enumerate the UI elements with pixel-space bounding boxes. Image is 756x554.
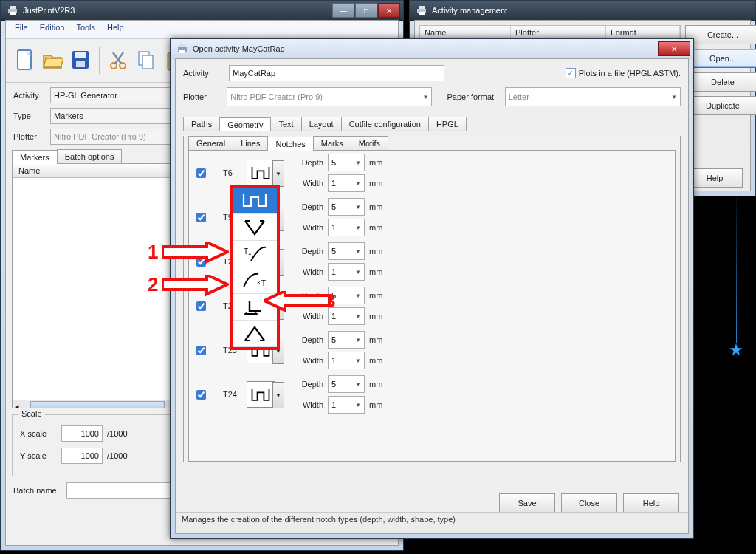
tab-geometry[interactable]: Geometry [219, 117, 271, 131]
svg-marker-34 [162, 242, 227, 261]
dlg-plotter-label: Plotter [183, 92, 222, 101]
tab-markers[interactable]: Markers [12, 150, 58, 164]
xscale-input[interactable]: 1000 [61, 425, 103, 442]
plots-in-file-checkbox[interactable]: ✓ [566, 68, 576, 78]
annotation-arrow-2 [162, 275, 229, 297]
notch-row-T24: T24▼Depth5▼mmWidth1▼mm [189, 372, 675, 417]
subtab-general[interactable]: General [188, 136, 233, 150]
notch-enable-checkbox[interactable] [196, 213, 206, 222]
notch-id-label: T6 [223, 168, 241, 177]
tab-layout[interactable]: Layout [301, 117, 342, 131]
dlg-plotter-select[interactable]: Nitro PDF Creator (Pro 9)▼ [227, 87, 432, 106]
svg-rect-9 [75, 52, 86, 58]
dlg-titlebar[interactable]: Open activity MayCatRap ✕ [171, 39, 693, 59]
svg-rect-22 [179, 50, 185, 53]
dlg-main-tabstrip: Paths Geometry Text Layout Cutfile confi… [183, 117, 681, 131]
subtab-notches[interactable]: Notches [267, 137, 313, 151]
am-create-button[interactable]: Create... [685, 25, 756, 44]
new-file-icon[interactable] [12, 47, 37, 75]
notch-depth-select[interactable]: 5▼ [328, 331, 365, 349]
am-help-button[interactable]: Help [687, 168, 743, 188]
dlg-status-bar: Manages the creation of the different no… [176, 512, 688, 533]
am-col-plotter[interactable]: Plotter [511, 26, 606, 39]
dlg-paper-select[interactable]: Letter▼ [505, 87, 681, 106]
notch-enable-checkbox[interactable] [196, 168, 206, 178]
open-folder-icon[interactable] [40, 47, 65, 75]
plotter-label: Plotter [13, 132, 46, 141]
dlg-activity-label: Activity [183, 69, 224, 78]
tab-cutfile[interactable]: Cutfile configuration [341, 117, 429, 131]
subtab-motifs[interactable]: Motifs [351, 136, 388, 150]
notch-enable-checkbox[interactable] [196, 346, 206, 355]
close-window-button[interactable]: ✕ [378, 3, 400, 18]
notch-width-select[interactable]: 1▼ [328, 219, 365, 236]
printer-icon [416, 4, 427, 16]
plots-in-file-label: Plots in a file (HPGL ASTM). [579, 69, 681, 78]
dlg-save-button[interactable]: Save [499, 493, 555, 513]
dlg-close-button[interactable]: Close [561, 493, 617, 513]
dlg-activity-input[interactable]: MayCatRap [229, 65, 444, 81]
notch-shape-button[interactable]: ▼ [247, 381, 275, 408]
dlg-help-button[interactable]: Help [623, 493, 679, 513]
svg-marker-31 [244, 312, 247, 315]
shape-option-curve-bottom[interactable]: ×T [233, 267, 277, 294]
notch-width-select[interactable]: 1▼ [328, 352, 365, 369]
am-open-button[interactable]: Open... [685, 49, 756, 68]
am-col-name[interactable]: Name [420, 26, 511, 39]
menu-help[interactable]: Help [103, 22, 128, 37]
am-titlebar[interactable]: Activity management [410, 1, 755, 21]
notch-width-select[interactable]: 1▼ [328, 263, 365, 281]
shape-option-v-down[interactable] [233, 214, 277, 241]
svg-text:T: T [261, 279, 266, 287]
annotation-arrow-1 [162, 242, 229, 264]
subtab-marks[interactable]: Marks [313, 136, 351, 150]
shape-option-curve-top[interactable]: T× [233, 241, 277, 267]
tab-batch-options[interactable]: Batch options [57, 149, 123, 163]
tab-paths[interactable]: Paths [183, 117, 220, 131]
notch-depth-select[interactable]: 5▼ [328, 287, 365, 304]
dlg-close-x-button[interactable]: ✕ [658, 41, 690, 56]
main-title: JustPrintV2R3 [23, 6, 328, 15]
notch-width-select[interactable]: 1▼ [328, 174, 365, 192]
am-col-format[interactable]: Format [606, 26, 680, 39]
menu-tools[interactable]: Tools [72, 22, 100, 37]
cut-icon[interactable] [106, 47, 131, 75]
save-icon[interactable] [68, 47, 93, 75]
tab-text[interactable]: Text [270, 117, 301, 131]
notch-depth-select[interactable]: 5▼ [328, 198, 365, 216]
menu-edition[interactable]: Edition [35, 22, 69, 37]
chevron-down-icon[interactable]: ▼ [272, 382, 284, 408]
notch-shape-button[interactable]: ▼ [247, 160, 275, 186]
notch-enable-checkbox[interactable] [196, 390, 206, 400]
batch-name-label: Batch name [13, 486, 62, 495]
am-title: Activity management [432, 6, 752, 15]
minimize-button[interactable]: — [332, 3, 354, 18]
shape-option-v-up[interactable] [233, 321, 277, 347]
printer-icon [7, 4, 18, 16]
notch-shape-dropdown[interactable]: T× ×T [230, 185, 280, 350]
am-delete-button[interactable]: Delete [685, 72, 756, 92]
xscale-label: X scale [20, 429, 57, 438]
notch-enable-checkbox[interactable] [196, 301, 206, 311]
dlg-sub-tabstrip: General Lines Notches Marks Motifs [188, 136, 676, 151]
activity-label: Activity [13, 91, 46, 100]
menu-file[interactable]: File [10, 22, 32, 37]
copy-icon[interactable] [134, 47, 159, 75]
annotation-arrow-3 [264, 291, 331, 313]
notch-width-select[interactable]: 1▼ [328, 396, 365, 414]
chevron-down-icon[interactable]: ▼ [272, 160, 284, 187]
subtab-lines[interactable]: Lines [233, 136, 268, 150]
notch-depth-select[interactable]: 5▼ [328, 375, 365, 393]
maximize-button[interactable]: □ [355, 3, 377, 18]
notch-depth-select[interactable]: 5▼ [328, 154, 365, 171]
notch-depth-select[interactable]: 5▼ [328, 242, 365, 260]
svg-rect-5 [10, 12, 16, 15]
notch-width-select[interactable]: 1▼ [328, 307, 365, 325]
svg-rect-16 [142, 55, 153, 69]
main-titlebar[interactable]: JustPrintV2R3 — □ ✕ [1, 1, 403, 21]
svg-marker-35 [162, 275, 227, 294]
am-duplicate-button[interactable]: Duplicate [685, 96, 756, 115]
shape-option-square-notch[interactable] [233, 188, 277, 214]
tab-hpgl[interactable]: HPGL [428, 117, 467, 131]
yscale-input[interactable]: 1000 [61, 448, 103, 464]
